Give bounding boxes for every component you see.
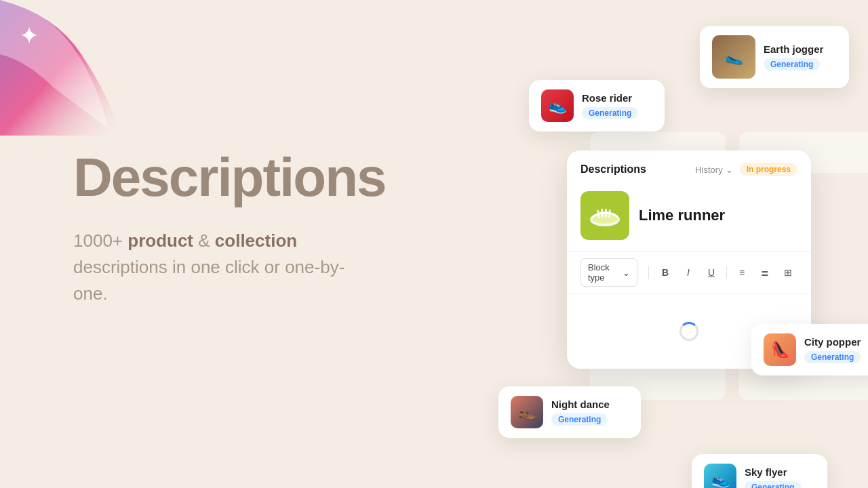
- lime-runner-svg: [585, 195, 625, 236]
- svg-rect-5: [605, 209, 607, 218]
- rose-rider-image: 👟: [541, 89, 574, 122]
- product-name: Lime runner: [639, 207, 725, 224]
- city-popper-info: City popper Generating: [804, 336, 861, 363]
- sky-flyer-info: Sky flyer Generating: [745, 466, 801, 488]
- block-type-chevron-icon: ⌄: [623, 268, 630, 278]
- earth-jogger-status: Generating: [764, 58, 820, 70]
- earth-jogger-name: Earth jogger: [764, 43, 823, 55]
- earth-jogger-card: 🥿 Earth jogger Generating: [700, 26, 849, 88]
- toolbar: Block type ⌄ B I U ≡ ≣ ⊞: [567, 251, 811, 294]
- block-type-label: Block type: [588, 262, 618, 283]
- toolbar-icons: B I U ≡ ≣ ⊞: [656, 263, 797, 282]
- underline-button[interactable]: U: [702, 263, 721, 282]
- city-popper-status: Generating: [804, 351, 861, 363]
- night-dance-name: Night dance: [551, 399, 610, 410]
- bullet-list-button[interactable]: ≡: [732, 263, 751, 282]
- sky-flyer-image: 👟: [704, 464, 736, 488]
- toolbar-separator-2: [726, 266, 727, 279]
- subtitle: 1000+ product & collection descriptions …: [73, 228, 386, 307]
- night-dance-status: Generating: [551, 413, 608, 426]
- sky-flyer-status: Generating: [745, 481, 801, 488]
- loading-spinner: [679, 322, 698, 341]
- sky-flyer-name: Sky flyer: [745, 466, 801, 478]
- chevron-down-icon: ⌄: [726, 165, 733, 175]
- city-popper-name: City popper: [804, 336, 861, 348]
- panel-header-right: History ⌄ In progress: [695, 163, 797, 176]
- history-button[interactable]: History ⌄: [695, 165, 732, 175]
- rose-rider-info: Rose rider Generating: [582, 92, 638, 119]
- panel-title: Descriptions: [580, 163, 646, 176]
- panel-header: Descriptions History ⌄ In progress: [567, 150, 811, 186]
- history-label: History: [695, 165, 722, 175]
- night-dance-image: 👞: [511, 396, 543, 428]
- block-type-select[interactable]: Block type ⌄: [580, 258, 637, 287]
- corner-decoration: [0, 0, 136, 136]
- rose-rider-card: 👟 Rose rider Generating: [529, 80, 665, 131]
- night-dance-card: 👞 Night dance Generating: [498, 386, 641, 438]
- rose-rider-status: Generating: [582, 107, 638, 119]
- subtitle-part1: 1000+: [73, 230, 127, 251]
- rose-rider-name: Rose rider: [582, 92, 638, 104]
- product-row: Lime runner: [567, 186, 811, 251]
- subtitle-part2: &: [193, 230, 215, 251]
- night-dance-info: Night dance Generating: [551, 399, 610, 426]
- main-title: Descriptions: [73, 149, 386, 206]
- star-icon: ✦: [19, 22, 39, 50]
- table-button[interactable]: ⊞: [778, 263, 797, 282]
- earth-jogger-info: Earth jogger Generating: [764, 43, 823, 70]
- sky-flyer-card: 👟 Sky flyer Generating: [692, 454, 827, 488]
- product-image: [580, 191, 629, 240]
- italic-button[interactable]: I: [679, 263, 698, 282]
- bold-button[interactable]: B: [656, 263, 675, 282]
- subtitle-bold2: collection: [215, 230, 297, 251]
- city-popper-card: 👠 City popper Generating: [751, 324, 868, 375]
- toolbar-separator-1: [648, 266, 649, 279]
- city-popper-image: 👠: [764, 333, 796, 366]
- subtitle-bold1: product: [127, 230, 193, 251]
- in-progress-badge: In progress: [740, 163, 797, 176]
- earth-jogger-image: 🥿: [712, 35, 755, 79]
- left-content: Descriptions 1000+ product & collection …: [73, 149, 386, 307]
- numbered-list-button[interactable]: ≣: [755, 263, 774, 282]
